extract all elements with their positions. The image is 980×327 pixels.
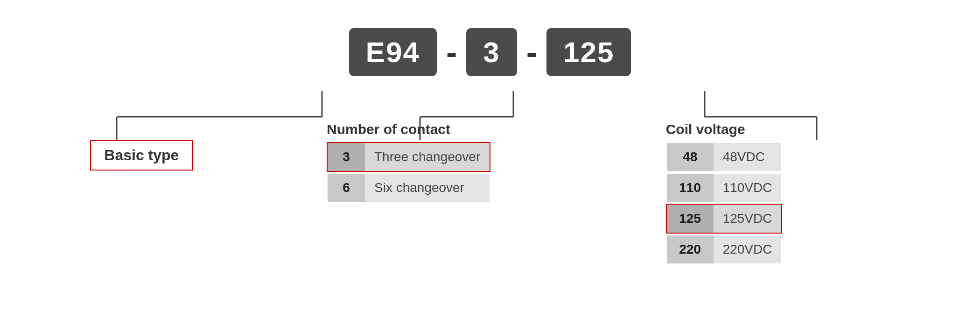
contact-row: 6 Six changeover — [327, 173, 490, 203]
product-code-row: E94 - 3 - 125 — [23, 28, 957, 76]
coil-desc: 125VDC — [714, 205, 782, 233]
separator-1: - — [446, 36, 457, 69]
coil-num: 220 — [667, 235, 714, 263]
contact-num: 3 — [328, 143, 365, 171]
coil-num: 110 — [667, 174, 714, 202]
contact-num: 6 — [328, 174, 365, 202]
separator-2: - — [526, 36, 537, 69]
code-3: 3 — [466, 28, 517, 76]
contact-title: Number of contact — [327, 121, 450, 137]
code-e94: E94 — [349, 28, 437, 76]
section-basic-type: Basic type — [90, 121, 249, 171]
coil-desc: 48VDC — [714, 143, 782, 171]
contact-row: 3 Three changeover — [327, 142, 490, 172]
coil-title: Coil voltage — [666, 121, 745, 137]
contact-desc: Six changeover — [365, 174, 490, 202]
basic-type-box: Basic type — [90, 140, 193, 171]
coil-desc: 110VDC — [714, 174, 782, 202]
section-coil: Coil voltage 48 48VDC 110 110VDC 125 125… — [666, 121, 890, 264]
coil-row: 110 110VDC — [666, 173, 783, 203]
section-contact: Number of contact 3 Three changeover 6 S… — [327, 121, 588, 203]
contact-desc: Three changeover — [365, 143, 490, 171]
basic-type-label: Basic type — [104, 147, 179, 164]
diagram: E94 - 3 - 125 Basic type — [23, 19, 957, 308]
code-125: 125 — [546, 28, 631, 76]
coil-desc: 220VDC — [714, 235, 782, 263]
coil-row: 220 220VDC — [666, 235, 783, 264]
coil-table: 48 48VDC 110 110VDC 125 125VDC 220 220VD… — [666, 142, 783, 264]
contact-table: 3 Three changeover 6 Six changeover — [327, 142, 490, 203]
coil-num: 125 — [667, 205, 714, 233]
coil-row: 125 125VDC — [666, 204, 783, 234]
coil-row: 48 48VDC — [666, 142, 783, 172]
coil-num: 48 — [667, 143, 714, 171]
sections-container: Basic type Number of contact 3 Three cha… — [23, 121, 957, 264]
